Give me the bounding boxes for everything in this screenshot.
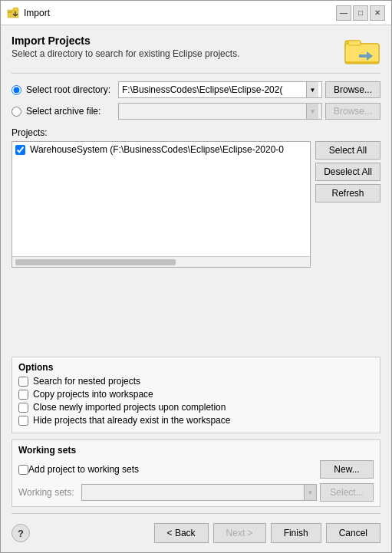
import-window: Import — □ ✕ Import Projects Select a di… xyxy=(0,0,392,553)
folder-icon xyxy=(344,35,380,65)
title-bar: Import — □ ✕ xyxy=(1,1,391,25)
archive-file-radio[interactable] xyxy=(12,107,21,117)
scrollbar-thumb xyxy=(15,259,176,265)
projects-buttons: Select All Deselect All Refresh xyxy=(315,141,380,352)
archive-file-label[interactable]: Select archive file: xyxy=(26,106,118,117)
back-button[interactable]: < Back xyxy=(154,523,209,543)
working-sets-combo-arrow: ▼ xyxy=(304,485,316,500)
header-section: Import Projects Select a directory to se… xyxy=(12,35,380,65)
select-working-set-button: Select... xyxy=(320,483,374,502)
import-window-icon xyxy=(7,7,19,19)
hide-existing-row: Hide projects that already exist in the … xyxy=(18,415,374,426)
add-to-working-sets-row: Add project to working sets New... xyxy=(18,460,374,479)
svg-rect-6 xyxy=(345,44,379,62)
options-section: Options Search for nested projects Copy … xyxy=(12,357,380,433)
root-directory-label[interactable]: Select root directory: xyxy=(26,84,118,95)
main-content: Import Projects Select a directory to se… xyxy=(1,25,391,552)
deselect-all-button[interactable]: Deselect All xyxy=(315,163,380,181)
bottom-divider xyxy=(12,513,380,514)
working-sets-combo: ▼ xyxy=(81,484,317,501)
root-browse-button[interactable]: Browse... xyxy=(325,81,380,98)
finish-button[interactable]: Finish xyxy=(271,523,321,543)
projects-area: WarehouseSystem (F:\BusinessCodes\Eclips… xyxy=(12,141,380,352)
nested-projects-checkbox[interactable] xyxy=(18,377,28,387)
working-sets-section: Working sets Add project to working sets… xyxy=(12,439,380,507)
close-imported-label[interactable]: Close newly imported projects upon compl… xyxy=(33,402,226,413)
help-button[interactable]: ? xyxy=(12,524,30,542)
svg-rect-2 xyxy=(13,8,18,11)
refresh-button[interactable]: Refresh xyxy=(315,184,380,202)
root-directory-arrow[interactable]: ▼ xyxy=(306,82,318,97)
page-title: Import Projects xyxy=(12,35,344,47)
nested-projects-label[interactable]: Search for nested projects xyxy=(33,376,140,387)
select-all-button[interactable]: Select All xyxy=(315,141,380,160)
add-to-working-sets-label[interactable]: Add project to working sets xyxy=(28,464,139,475)
copy-projects-checkbox[interactable] xyxy=(18,390,28,400)
archive-file-combo: ▼ xyxy=(118,103,322,120)
archive-browse-button: Browse... xyxy=(325,103,380,120)
close-imported-checkbox[interactable] xyxy=(18,403,28,413)
maximize-button[interactable]: □ xyxy=(353,5,368,21)
list-item[interactable]: WarehouseSystem (F:\BusinessCodes\Eclips… xyxy=(12,142,310,157)
next-button[interactable]: Next > xyxy=(213,523,266,543)
project-checkbox[interactable] xyxy=(15,145,25,155)
page-subtitle: Select a directory to search for existin… xyxy=(12,48,344,59)
working-sets-field-label: Working sets: xyxy=(18,487,81,498)
archive-file-arrow: ▼ xyxy=(306,104,318,119)
bottom-area: ? < Back Next > Finish Cancel xyxy=(12,513,380,546)
projects-list-wrapper: WarehouseSystem (F:\BusinessCodes\Eclips… xyxy=(12,141,311,268)
minimize-button[interactable]: — xyxy=(336,5,351,21)
archive-file-row: Select archive file: ▼ Browse... xyxy=(12,103,380,120)
projects-scroll-area[interactable]: WarehouseSystem (F:\BusinessCodes\Eclips… xyxy=(12,142,310,256)
window-controls: — □ ✕ xyxy=(336,5,385,21)
root-directory-row: Select root directory: F:\BusinessCodes\… xyxy=(12,81,380,98)
root-directory-combo[interactable]: F:\BusinessCodes\Eclipse\Eclipse-202( ▼ xyxy=(118,81,322,98)
navigation-buttons: < Back Next > Finish Cancel xyxy=(30,523,380,543)
header-text: Import Projects Select a directory to se… xyxy=(12,35,344,59)
svg-rect-1 xyxy=(8,12,12,13)
options-title: Options xyxy=(18,362,374,373)
new-working-set-button[interactable]: New... xyxy=(320,460,374,479)
header-divider xyxy=(12,73,380,74)
working-sets-input-row: Working sets: ▼ Select... xyxy=(18,483,374,502)
root-directory-radio[interactable] xyxy=(12,85,21,95)
projects-label: Projects: xyxy=(12,127,380,138)
hide-existing-label[interactable]: Hide projects that already exist in the … xyxy=(33,415,230,426)
close-imported-row: Close newly imported projects upon compl… xyxy=(18,402,374,413)
copy-projects-label[interactable]: Copy projects into workspace xyxy=(33,389,153,400)
root-directory-value: F:\BusinessCodes\Eclipse\Eclipse-202( xyxy=(122,84,306,95)
project-name: WarehouseSystem (F:\BusinessCodes\Eclips… xyxy=(30,144,284,155)
bottom-bar: ? < Back Next > Finish Cancel xyxy=(12,520,380,546)
cancel-button[interactable]: Cancel xyxy=(326,523,380,543)
copy-projects-row: Copy projects into workspace xyxy=(18,389,374,400)
svg-rect-8 xyxy=(359,54,367,58)
add-to-working-sets-checkbox[interactable] xyxy=(18,465,28,475)
window-title: Import xyxy=(24,8,336,18)
svg-rect-7 xyxy=(348,41,361,45)
nested-projects-row: Search for nested projects xyxy=(18,376,374,387)
close-button[interactable]: ✕ xyxy=(370,5,385,21)
working-sets-title: Working sets xyxy=(18,445,374,456)
hide-existing-checkbox[interactable] xyxy=(18,416,28,426)
horizontal-scrollbar[interactable] xyxy=(12,256,310,267)
